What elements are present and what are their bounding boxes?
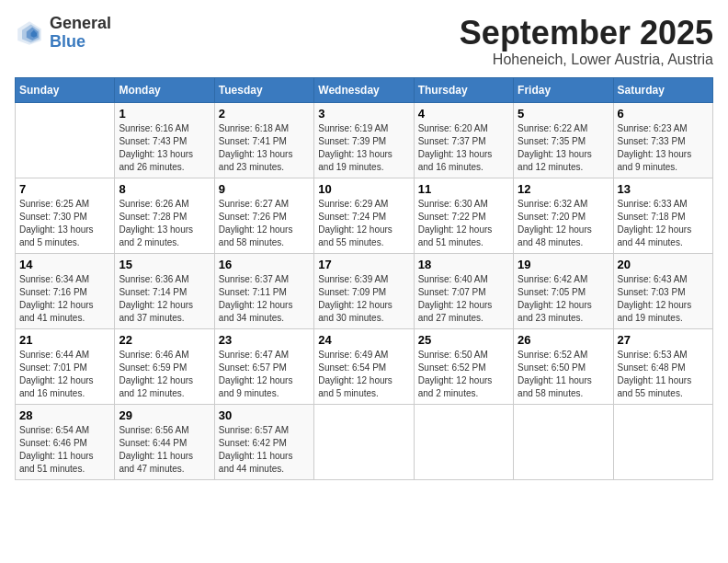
day-number: 26 [518,333,609,347]
day-number: 10 [318,182,409,196]
calendar-cell: 3Sunrise: 6:19 AM Sunset: 7:39 PM Daylig… [314,102,414,178]
calendar-week-4: 21Sunrise: 6:44 AM Sunset: 7:01 PM Dayli… [16,328,713,404]
day-info: Sunrise: 6:32 AM Sunset: 7:20 PM Dayligh… [518,198,609,249]
calendar-cell: 22Sunrise: 6:46 AM Sunset: 6:59 PM Dayli… [115,328,214,404]
calendar-cell: 16Sunrise: 6:37 AM Sunset: 7:11 PM Dayli… [214,253,313,328]
day-info: Sunrise: 6:26 AM Sunset: 7:28 PM Dayligh… [119,198,210,249]
day-number: 19 [518,258,609,271]
page-header: General Blue September 2025 Hoheneich, L… [15,15,713,68]
day-info: Sunrise: 6:16 AM Sunset: 7:43 PM Dayligh… [119,122,210,174]
day-info: Sunrise: 6:44 AM Sunset: 7:01 PM Dayligh… [19,349,110,400]
calendar-cell: 11Sunrise: 6:30 AM Sunset: 7:22 PM Dayli… [414,178,513,253]
day-number: 12 [518,182,609,196]
calendar-cell: 25Sunrise: 6:50 AM Sunset: 6:52 PM Dayli… [414,328,513,404]
day-number: 5 [518,107,609,121]
day-info: Sunrise: 6:33 AM Sunset: 7:18 PM Dayligh… [618,198,709,249]
calendar-cell: 21Sunrise: 6:44 AM Sunset: 7:01 PM Dayli… [16,328,115,404]
day-info: Sunrise: 6:54 AM Sunset: 6:46 PM Dayligh… [19,424,110,476]
day-number: 13 [618,182,709,196]
day-info: Sunrise: 6:42 AM Sunset: 7:05 PM Dayligh… [518,273,609,325]
day-info: Sunrise: 6:22 AM Sunset: 7:35 PM Dayligh… [518,122,609,174]
day-number: 8 [119,182,210,196]
day-info: Sunrise: 6:49 AM Sunset: 6:54 PM Dayligh… [318,349,409,400]
location-title: Hoheneich, Lower Austria, Austria [460,52,713,68]
header-monday: Monday [115,77,214,102]
day-number: 16 [219,258,310,271]
day-info: Sunrise: 6:40 AM Sunset: 7:07 PM Dayligh… [418,273,509,325]
calendar-cell: 9Sunrise: 6:27 AM Sunset: 7:26 PM Daylig… [214,178,313,253]
calendar-cell: 4Sunrise: 6:20 AM Sunset: 7:37 PM Daylig… [414,102,513,178]
day-info: Sunrise: 6:50 AM Sunset: 6:52 PM Dayligh… [418,349,509,400]
day-number: 9 [219,182,310,196]
calendar-cell: 1Sunrise: 6:16 AM Sunset: 7:43 PM Daylig… [115,102,214,178]
logo-icon [15,18,44,48]
day-number: 7 [19,182,110,196]
logo-text: General Blue [50,15,111,52]
day-info: Sunrise: 6:18 AM Sunset: 7:41 PM Dayligh… [219,122,310,174]
day-number: 14 [19,258,110,271]
calendar-cell: 26Sunrise: 6:52 AM Sunset: 6:50 PM Dayli… [514,328,613,404]
day-info: Sunrise: 6:57 AM Sunset: 6:42 PM Dayligh… [219,424,310,476]
calendar-cell: 6Sunrise: 6:23 AM Sunset: 7:33 PM Daylig… [613,102,712,178]
day-number: 3 [318,107,409,121]
header-tuesday: Tuesday [214,77,313,102]
calendar-cell: 20Sunrise: 6:43 AM Sunset: 7:03 PM Dayli… [613,253,712,328]
day-number: 25 [418,333,509,347]
day-info: Sunrise: 6:36 AM Sunset: 7:14 PM Dayligh… [119,273,210,325]
calendar-cell: 30Sunrise: 6:57 AM Sunset: 6:42 PM Dayli… [214,404,313,479]
day-info: Sunrise: 6:20 AM Sunset: 7:37 PM Dayligh… [418,122,509,174]
calendar-cell: 5Sunrise: 6:22 AM Sunset: 7:35 PM Daylig… [514,102,613,178]
logo-blue: Blue [50,32,85,51]
calendar-week-5: 28Sunrise: 6:54 AM Sunset: 6:46 PM Dayli… [16,404,713,479]
header-wednesday: Wednesday [314,77,414,102]
calendar-cell: 18Sunrise: 6:40 AM Sunset: 7:07 PM Dayli… [414,253,513,328]
day-number: 11 [418,182,509,196]
calendar-cell: 13Sunrise: 6:33 AM Sunset: 7:18 PM Dayli… [613,178,712,253]
day-info: Sunrise: 6:52 AM Sunset: 6:50 PM Dayligh… [518,349,609,400]
day-number: 15 [119,258,210,271]
day-info: Sunrise: 6:29 AM Sunset: 7:24 PM Dayligh… [318,198,409,249]
day-number: 2 [219,107,310,121]
day-info: Sunrise: 6:19 AM Sunset: 7:39 PM Dayligh… [318,122,409,174]
day-number: 29 [119,408,210,422]
calendar-cell: 23Sunrise: 6:47 AM Sunset: 6:57 PM Dayli… [214,328,313,404]
day-info: Sunrise: 6:23 AM Sunset: 7:33 PM Dayligh… [618,122,709,174]
day-number: 6 [618,107,709,121]
calendar-cell: 10Sunrise: 6:29 AM Sunset: 7:24 PM Dayli… [314,178,414,253]
calendar-cell [414,404,513,479]
header-sunday: Sunday [16,77,115,102]
day-info: Sunrise: 6:43 AM Sunset: 7:03 PM Dayligh… [618,273,709,325]
calendar-week-1: 1Sunrise: 6:16 AM Sunset: 7:43 PM Daylig… [16,102,713,178]
month-title: September 2025 [460,15,713,52]
day-number: 30 [219,408,310,422]
calendar-cell: 24Sunrise: 6:49 AM Sunset: 6:54 PM Dayli… [314,328,414,404]
day-number: 22 [119,333,210,347]
calendar-cell: 8Sunrise: 6:26 AM Sunset: 7:28 PM Daylig… [115,178,214,253]
header-saturday: Saturday [613,77,712,102]
calendar-cell: 2Sunrise: 6:18 AM Sunset: 7:41 PM Daylig… [214,102,313,178]
calendar-cell: 12Sunrise: 6:32 AM Sunset: 7:20 PM Dayli… [514,178,613,253]
day-number: 27 [618,333,709,347]
calendar-cell [613,404,712,479]
day-info: Sunrise: 6:56 AM Sunset: 6:44 PM Dayligh… [119,424,210,476]
day-number: 17 [318,258,409,271]
calendar-cell: 29Sunrise: 6:56 AM Sunset: 6:44 PM Dayli… [115,404,214,479]
logo: General Blue [15,15,111,52]
logo-general: General [50,14,111,32]
day-info: Sunrise: 6:27 AM Sunset: 7:26 PM Dayligh… [219,198,310,249]
calendar-table: Sunday Monday Tuesday Wednesday Thursday… [15,77,713,480]
day-info: Sunrise: 6:53 AM Sunset: 6:48 PM Dayligh… [618,349,709,400]
day-info: Sunrise: 6:34 AM Sunset: 7:16 PM Dayligh… [19,273,110,325]
calendar-cell: 17Sunrise: 6:39 AM Sunset: 7:09 PM Dayli… [314,253,414,328]
calendar-cell [16,102,115,178]
calendar-cell: 15Sunrise: 6:36 AM Sunset: 7:14 PM Dayli… [115,253,214,328]
day-info: Sunrise: 6:46 AM Sunset: 6:59 PM Dayligh… [119,349,210,400]
calendar-cell: 7Sunrise: 6:25 AM Sunset: 7:30 PM Daylig… [16,178,115,253]
header-thursday: Thursday [414,77,513,102]
calendar-week-2: 7Sunrise: 6:25 AM Sunset: 7:30 PM Daylig… [16,178,713,253]
day-info: Sunrise: 6:47 AM Sunset: 6:57 PM Dayligh… [219,349,310,400]
calendar-cell: 27Sunrise: 6:53 AM Sunset: 6:48 PM Dayli… [613,328,712,404]
title-area: September 2025 Hoheneich, Lower Austria,… [460,15,713,68]
day-info: Sunrise: 6:37 AM Sunset: 7:11 PM Dayligh… [219,273,310,325]
day-number: 4 [418,107,509,121]
